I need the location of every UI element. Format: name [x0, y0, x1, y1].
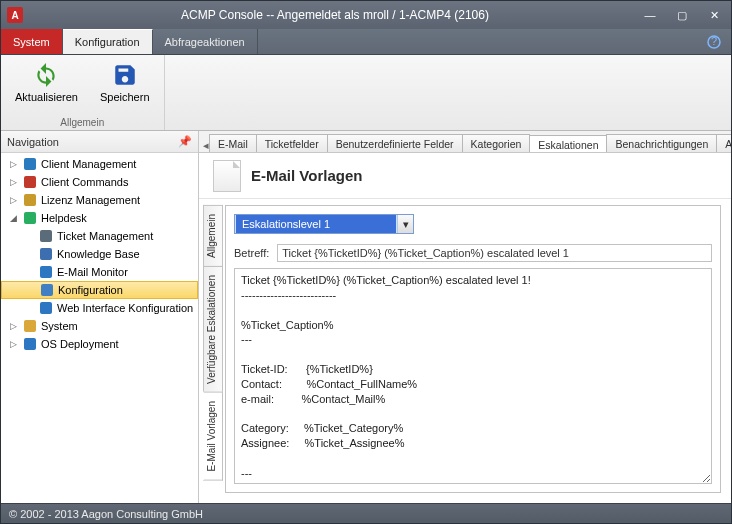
menubar: System Konfiguration Abfrageaktionen ? — [1, 29, 731, 55]
form-panel: Eskalationslevel 1 ▾ Betreff: — [225, 205, 721, 493]
document-icon — [213, 160, 241, 192]
nav-item-label: Helpdesk — [41, 212, 87, 224]
maximize-button[interactable]: ▢ — [671, 6, 693, 24]
life-ring-icon — [22, 210, 38, 226]
windows-icon — [22, 336, 38, 352]
vtab-allgemein[interactable]: Allgemein — [203, 205, 223, 267]
navigation-header: Navigation 📌 — [1, 131, 198, 153]
nav-item-helpdesk[interactable]: ◢Helpdesk — [1, 209, 198, 227]
betreff-label: Betreff: — [234, 247, 269, 259]
minimize-button[interactable]: — — [639, 6, 661, 24]
nav-item-label: OS Deployment — [41, 338, 119, 350]
globe-gear-icon — [38, 300, 54, 316]
nav-item-e-mail-monitor[interactable]: E-Mail Monitor — [1, 263, 198, 281]
tools-icon — [22, 174, 38, 190]
nav-item-web-interface-konfiguration[interactable]: Web Interface Konfiguration — [1, 299, 198, 317]
tab-benutzerdefinierte-felder[interactable]: Benutzerdefinierte Felder — [327, 134, 463, 152]
menu-konfiguration[interactable]: Konfiguration — [63, 29, 153, 54]
app-icon: A — [7, 7, 23, 23]
svg-rect-12 — [24, 338, 36, 350]
nav-item-label: Client Commands — [41, 176, 128, 188]
escalation-level-value: Eskalationslevel 1 — [236, 215, 396, 233]
nav-item-os-deployment[interactable]: ▷OS Deployment — [1, 335, 198, 353]
tab-kategorien[interactable]: Kategorien — [462, 134, 531, 152]
svg-rect-6 — [40, 230, 52, 242]
ribbon-group-label: Allgemein — [60, 117, 104, 128]
book-icon — [38, 246, 54, 262]
nav-item-label: E-Mail Monitor — [57, 266, 128, 278]
section-header: E-Mail Vorlagen — [199, 153, 731, 199]
svg-rect-7 — [40, 248, 52, 260]
tab-eskalationen[interactable]: Eskalationen — [529, 135, 607, 153]
nav-item-knowledge-base[interactable]: Knowledge Base — [1, 245, 198, 263]
navigation-tree: ▷Client Management▷Client Commands▷Lizen… — [1, 153, 198, 503]
tab-e-mail[interactable]: E-Mail — [209, 134, 257, 152]
ticket-icon — [38, 228, 54, 244]
folder-icon — [22, 318, 38, 334]
nav-item-ticket-management[interactable]: Ticket Management — [1, 227, 198, 245]
save-label: Speichern — [100, 91, 150, 103]
save-icon — [111, 61, 139, 89]
globe-icon — [22, 156, 38, 172]
close-button[interactable]: ✕ — [703, 6, 725, 24]
navigation-panel: Navigation 📌 ▷Client Management▷Client C… — [1, 131, 199, 503]
nav-item-client-commands[interactable]: ▷Client Commands — [1, 173, 198, 191]
help-icon[interactable]: ? — [697, 29, 731, 54]
nav-item-label: Konfiguration — [58, 284, 123, 296]
pin-icon[interactable]: 📌 — [178, 135, 192, 148]
svg-rect-4 — [24, 194, 36, 206]
expand-icon[interactable]: ▷ — [7, 177, 19, 187]
expand-icon[interactable]: ▷ — [7, 321, 19, 331]
nav-item-label: System — [41, 320, 78, 332]
content-area: ◂ E-MailTicketfelderBenutzerdefinierte F… — [199, 131, 731, 503]
copyright: © 2002 - 2013 Aagon Consulting GmbH — [9, 508, 203, 520]
nav-item-lizenz-management[interactable]: ▷Lizenz Management — [1, 191, 198, 209]
svg-rect-8 — [40, 266, 52, 278]
subject-input[interactable] — [277, 244, 712, 262]
expand-icon[interactable]: ▷ — [7, 339, 19, 349]
coins-icon — [22, 192, 38, 208]
menu-abfrageaktionen[interactable]: Abfrageaktionen — [153, 29, 258, 54]
mail-icon — [38, 264, 54, 280]
svg-rect-5 — [24, 212, 36, 224]
svg-text:?: ? — [711, 35, 717, 47]
titlebar: A ACMP Console -- Angemeldet als mroll /… — [1, 1, 731, 29]
window-title: ACMP Console -- Angemeldet als mroll / 1… — [31, 8, 639, 22]
escalation-level-select[interactable]: Eskalationslevel 1 ▾ — [234, 214, 414, 234]
expand-icon[interactable]: ▷ — [7, 159, 19, 169]
nav-item-label: Lizenz Management — [41, 194, 140, 206]
svg-rect-3 — [24, 176, 36, 188]
svg-rect-9 — [41, 284, 53, 296]
tab-ticketfelder[interactable]: Ticketfelder — [256, 134, 328, 152]
svg-rect-2 — [24, 158, 36, 170]
tabstrip: ◂ E-MailTicketfelderBenutzerdefinierte F… — [199, 131, 731, 153]
nav-item-label: Web Interface Konfiguration — [57, 302, 193, 314]
vtab-e-mail-vorlagen[interactable]: E-Mail Vorlagen — [203, 392, 223, 481]
vtab-verf-gbare-eskalationen[interactable]: Verfügbare Eskalationen — [203, 266, 223, 393]
nav-item-label: Knowledge Base — [57, 248, 140, 260]
chevron-down-icon: ▾ — [397, 215, 413, 233]
gear-icon — [39, 282, 55, 298]
tab-benachrichtigungen[interactable]: Benachrichtigungen — [606, 134, 717, 152]
tab-anh-nge[interactable]: Anhänge — [716, 134, 731, 152]
nav-item-label: Client Management — [41, 158, 136, 170]
refresh-button[interactable]: Aktualisieren — [11, 59, 82, 105]
vertical-tabs: AllgemeinVerfügbare EskalationenE-Mail V… — [203, 205, 223, 493]
section-title: E-Mail Vorlagen — [251, 167, 362, 184]
navigation-title: Navigation — [7, 136, 59, 148]
expand-icon[interactable]: ◢ — [7, 213, 19, 223]
nav-item-label: Ticket Management — [57, 230, 153, 242]
expand-icon[interactable]: ▷ — [7, 195, 19, 205]
nav-item-system[interactable]: ▷System — [1, 317, 198, 335]
nav-item-client-management[interactable]: ▷Client Management — [1, 155, 198, 173]
ribbon: Aktualisieren Speichern Allgemein — [1, 55, 731, 131]
save-button[interactable]: Speichern — [96, 59, 154, 105]
refresh-label: Aktualisieren — [15, 91, 78, 103]
svg-rect-11 — [24, 320, 36, 332]
nav-item-konfiguration[interactable]: Konfiguration — [1, 281, 198, 299]
statusbar: © 2002 - 2013 Aagon Consulting GmbH — [1, 503, 731, 523]
svg-rect-10 — [40, 302, 52, 314]
body-textarea[interactable] — [234, 268, 712, 484]
refresh-icon — [32, 61, 60, 89]
menu-system[interactable]: System — [1, 29, 63, 54]
